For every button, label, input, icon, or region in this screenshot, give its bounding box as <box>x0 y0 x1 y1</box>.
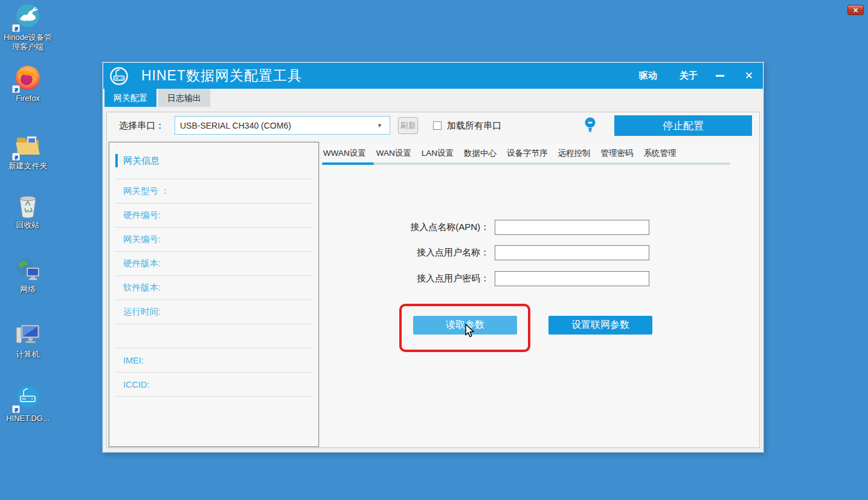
minimize-icon[interactable] <box>716 75 724 77</box>
hinode-client-icon <box>13 3 42 31</box>
info-row-imei: IMEI: <box>115 348 312 372</box>
network-icon <box>13 257 42 283</box>
refresh-button[interactable]: 刷新 <box>398 117 418 134</box>
hinet-dg-icon <box>13 384 42 412</box>
settings-panel: WWAN设置 WAN设置 LAN设置 数据中心 设备字节序 远程控制 管理密码 … <box>321 143 758 446</box>
shortcut-arrow-icon <box>12 85 20 93</box>
tab-underline-track <box>322 162 730 165</box>
info-row-uptime: 运行时间: <box>115 300 312 324</box>
desktop-icon-label: 新建文件夹 <box>0 161 56 171</box>
tab-log-output[interactable]: 日志输出 <box>158 89 210 107</box>
desktop-icon-new-folder[interactable]: 新建文件夹 <box>0 132 56 171</box>
app-logo-icon <box>109 66 129 86</box>
tab-system-management[interactable]: 系统管理 <box>644 148 677 159</box>
app-window: HINET数据网关配置工具 驱动 关于 ✕ 网关配置 日志输出 选择串口： US… <box>103 62 764 452</box>
firefox-icon <box>13 64 42 92</box>
shortcut-arrow-icon <box>12 405 20 413</box>
recycle-bin-icon <box>13 194 42 219</box>
desktop-icon-hinode-client[interactable]: Hinode设备管理客户端 <box>0 3 56 52</box>
desktop-icon-label: Firefox <box>0 94 56 103</box>
desktop-icon-network[interactable]: 网络 <box>0 257 56 294</box>
bulb-icon <box>582 116 598 134</box>
gateway-info-panel: 网关信息 网关型号 ： 硬件编号: 网关编号: 硬件版本: 软件版本: 运行时间… <box>109 142 319 447</box>
apn-password-input[interactable] <box>495 271 649 286</box>
tab-gateway-config[interactable]: 网关配置 <box>104 89 156 107</box>
settings-tab-bar: WWAN设置 WAN设置 LAN设置 数据中心 设备字节序 远程控制 管理密码 … <box>321 143 758 165</box>
info-row-filler <box>115 396 312 446</box>
accent-bar <box>115 154 118 167</box>
load-all-ports-checkbox[interactable] <box>433 121 442 130</box>
chevron-down-icon: ▼ <box>377 123 390 129</box>
info-row-blank <box>115 324 312 348</box>
titlebar: HINET数据网关配置工具 驱动 关于 ✕ <box>103 63 763 89</box>
set-network-params-button[interactable]: 设置联网参数 <box>548 316 652 335</box>
shortcut-arrow-icon <box>12 153 20 161</box>
desktop-icon-firefox[interactable]: Firefox <box>0 64 56 103</box>
apn-label: 接入点名称(APN)： <box>321 222 495 233</box>
main-tab-bar: 网关配置 日志输出 <box>104 89 212 107</box>
serial-port-value: USB-SERIAL CH340 (COM6) <box>175 121 377 130</box>
info-row-iccid: ICCID: <box>115 372 312 396</box>
apn-username-row: 接入点用户名称： <box>321 245 649 260</box>
desktop-icon-label: HINET.DG... <box>0 414 56 423</box>
shortcut-arrow-icon <box>12 24 20 32</box>
serial-port-row: 选择串口： USB-SERIAL CH340 (COM6) ▼ 刷新 加载所有串… <box>107 112 759 141</box>
stop-config-button[interactable]: 停止配置 <box>614 115 752 136</box>
desktop-icon-label: 回收站 <box>0 220 56 230</box>
info-row-hardware-version: 硬件版本: <box>115 251 312 275</box>
folder-icon <box>13 132 42 159</box>
serial-port-label: 选择串口： <box>119 120 164 132</box>
info-row-software-version: 软件版本: <box>115 275 312 300</box>
apn-input[interactable] <box>495 220 649 235</box>
tab-byte-order[interactable]: 设备字节序 <box>507 148 548 159</box>
desktop-icon-label: 网络 <box>0 284 56 294</box>
tab-data-center[interactable]: 数据中心 <box>464 148 497 159</box>
serial-port-select[interactable]: USB-SERIAL CH340 (COM6) ▼ <box>175 116 390 135</box>
tab-wwan-settings[interactable]: WWAN设置 <box>323 148 366 159</box>
apn-username-label: 接入点用户名称： <box>321 247 495 258</box>
desktop-icon-label: 计算机 <box>0 350 56 359</box>
window-title: HINET数据网关配置工具 <box>141 66 302 85</box>
tab-wan-settings[interactable]: WAN设置 <box>376 148 411 159</box>
info-row-model: 网关型号 ： <box>115 179 312 203</box>
computer-icon <box>13 322 42 348</box>
read-params-button[interactable]: 读取参数 <box>413 316 517 335</box>
active-tab-indicator <box>322 162 374 165</box>
driver-button[interactable]: 驱动 <box>639 70 657 82</box>
apn-password-row: 接入点用户密码： <box>321 271 649 286</box>
load-all-ports-label: 加载所有串口 <box>447 120 501 132</box>
tab-admin-password[interactable]: 管理密码 <box>601 148 634 159</box>
tab-lan-settings[interactable]: LAN设置 <box>422 148 454 159</box>
close-icon[interactable]: ✕ <box>745 69 753 82</box>
config-groupbox: 选择串口： USB-SERIAL CH340 (COM6) ▼ 刷新 加载所有串… <box>106 112 760 448</box>
tab-remote-control[interactable]: 远程控制 <box>558 148 591 159</box>
desktop-icon-hinet-dg[interactable]: HINET.DG... <box>0 384 56 423</box>
desktop-icon-computer[interactable]: 计算机 <box>0 322 56 359</box>
desktop-icon-recycle-bin[interactable]: 回收站 <box>0 194 56 230</box>
info-row-hardware-id: 硬件编号: <box>115 203 312 227</box>
info-row-gateway-id: 网关编号: <box>115 227 312 251</box>
apn-username-input[interactable] <box>495 245 649 260</box>
apn-field-row: 接入点名称(APN)： <box>321 220 649 235</box>
gateway-info-header: 网关信息 <box>115 143 312 179</box>
about-button[interactable]: 关于 <box>680 70 698 82</box>
screen-close-button[interactable]: ✕ <box>847 5 864 15</box>
desktop-icon-label: Hinode设备管理客户端 <box>0 33 56 52</box>
apn-password-label: 接入点用户密码： <box>321 273 495 284</box>
